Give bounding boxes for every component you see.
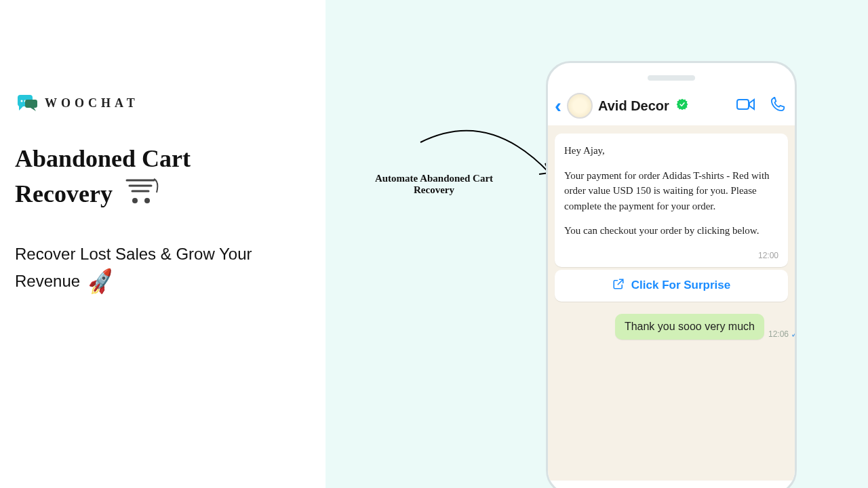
rocket-icon: 🚀 (85, 264, 117, 300)
video-call-icon[interactable] (736, 98, 755, 114)
chat-body: Hey Ajay, Your payment for order Adidas … (548, 125, 795, 481)
phone-speaker-icon (648, 75, 695, 81)
cart-icon (124, 178, 159, 216)
incoming-message: Hey Ajay, Your payment for order Adidas … (555, 134, 788, 267)
back-icon[interactable]: ‹ (555, 94, 561, 117)
headline: Abandoned Cart Recovery (15, 141, 259, 216)
read-ticks-icon: ✓✓ (791, 329, 797, 340)
incoming-greeting: Hey Ajay, (564, 143, 778, 159)
subheadline-row: Recover Lost Sales & Grow Your Revenue 🚀 (15, 243, 259, 298)
external-link-icon (612, 278, 625, 293)
headline-line1: Abandoned Cart (15, 145, 191, 172)
headline-line2: Recovery (15, 180, 113, 207)
phone-mockup: ‹ Avid Decor Hey Ajay, Your payment for … (546, 61, 797, 488)
brand-name: WOOCHAT (45, 96, 139, 110)
incoming-footer: You can checkout your order by clicking … (564, 223, 778, 239)
incoming-timestamp: 12:00 (564, 249, 778, 262)
incoming-body: Your payment for order Adidas T-shirts -… (564, 168, 778, 214)
outgoing-text: Thank you sooo very much (625, 321, 755, 332)
chat-header: ‹ Avid Decor (548, 81, 795, 125)
svg-rect-8 (737, 100, 749, 109)
outgoing-row: Thank you sooo very much 12:06 ✓✓ (568, 314, 797, 340)
subheadline: Recover Lost Sales & Grow Your Revenue (15, 245, 252, 289)
left-copy-column: WOOCHAT Abandoned Cart Recovery Recover … (15, 94, 259, 298)
contact-name[interactable]: Avid Decor (598, 98, 669, 114)
avatar[interactable] (567, 93, 593, 119)
svg-point-7 (144, 198, 150, 203)
svg-point-0 (21, 100, 23, 102)
cta-label: Click For Surprise (631, 279, 730, 292)
verified-badge-icon (676, 98, 688, 114)
phone-call-icon[interactable] (770, 97, 785, 115)
outgoing-meta: 12:06 ✓✓ (768, 329, 797, 340)
outgoing-message: Thank you sooo very much (615, 314, 764, 340)
cta-button[interactable]: Click For Surprise (555, 270, 788, 302)
outgoing-timestamp: 12:06 (768, 329, 789, 339)
woochat-logo-icon (15, 94, 38, 113)
svg-point-6 (132, 198, 138, 203)
brand-row: WOOCHAT (15, 94, 259, 113)
